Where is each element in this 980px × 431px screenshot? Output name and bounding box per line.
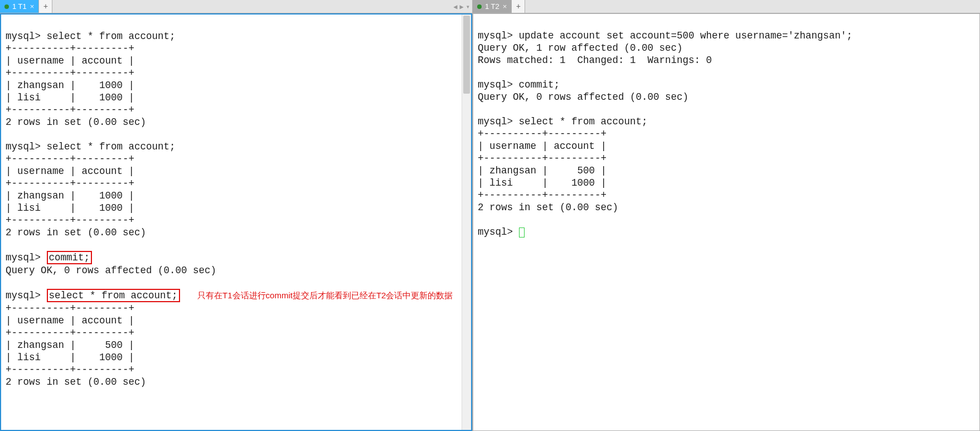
next-tab-icon[interactable]: ▶: [460, 3, 464, 11]
status-dot-icon: [477, 4, 482, 9]
term-line: mysql> select * from account;: [6, 31, 176, 42]
term-line: Query OK, 0 rows affected (0.00 sec): [6, 265, 216, 276]
term-line: Query OK, 1 row affected (0.00 sec): [478, 42, 683, 54]
right-tabbar: 1 T2 × +: [473, 0, 980, 13]
tab-t1[interactable]: 1 T1 ×: [0, 0, 39, 13]
add-tab-button[interactable]: +: [39, 0, 52, 13]
tab-label: 1 T2: [485, 2, 499, 11]
term-line: | username | account |: [6, 315, 134, 326]
term-line: mysql> select * from account;: [478, 116, 648, 127]
highlight-commit: commit;: [47, 251, 93, 264]
term-line: | lisi | 1000 |: [6, 202, 134, 214]
right-terminal[interactable]: mysql> update account set account=500 wh…: [473, 13, 980, 431]
term-prompt: mysql>: [478, 226, 519, 238]
term-line: +----------+---------+: [6, 153, 134, 164]
tab-t2[interactable]: 1 T2 ×: [473, 0, 512, 13]
tab-nav: ◀ ▶ ▾: [453, 0, 470, 13]
add-tab-button[interactable]: +: [512, 0, 525, 13]
term-line: +----------+---------+: [6, 43, 134, 54]
term-line: +----------+---------+: [478, 128, 607, 139]
term-line: +----------+---------+: [478, 153, 607, 164]
scrollbar[interactable]: [462, 14, 471, 430]
term-prompt: mysql>: [6, 290, 47, 301]
scrollbar-thumb[interactable]: [463, 16, 470, 94]
term-line: +----------+---------+: [6, 215, 134, 226]
term-line: Query OK, 0 rows affected (0.00 sec): [478, 91, 688, 103]
term-line: | zhangsan | 1000 |: [6, 190, 134, 201]
close-icon[interactable]: ×: [503, 2, 507, 11]
term-line: 2 rows in set (0.00 sec): [6, 376, 146, 388]
term-line: | zhangsan | 500 |: [478, 165, 607, 176]
term-line: | username | account |: [478, 141, 607, 152]
term-line: +----------+---------+: [6, 178, 134, 189]
term-line: mysql> update account set account=500 wh…: [478, 30, 852, 41]
left-tabbar: 1 T1 × + ◀ ▶ ▾: [0, 0, 472, 13]
tab-label: 1 T1: [12, 2, 27, 11]
term-line: | zhangsan | 500 |: [6, 340, 134, 351]
term-line: +----------+---------+: [6, 327, 134, 338]
term-line: mysql> commit;: [478, 79, 560, 90]
plus-icon: +: [516, 2, 521, 11]
left-pane: 1 T1 × + ◀ ▶ ▾ mysql> select * from acco…: [0, 0, 473, 431]
cursor-icon: [519, 227, 525, 238]
close-icon[interactable]: ×: [30, 2, 35, 11]
term-line: | lisi | 1000 |: [6, 92, 134, 103]
annotation-text: 只有在T1会话进行commit提交后才能看到已经在T2会话中更新的数据: [197, 290, 453, 300]
left-terminal[interactable]: mysql> select * from account; +---------…: [0, 13, 472, 431]
term-prompt: mysql>: [6, 252, 47, 263]
plus-icon: +: [43, 2, 48, 11]
term-line: 2 rows in set (0.00 sec): [478, 202, 618, 213]
term-line: +----------+---------+: [6, 67, 134, 79]
term-line: mysql> select * from account;: [6, 141, 176, 152]
term-line: | lisi | 1000 |: [478, 177, 607, 188]
term-line: +----------+---------+: [478, 190, 607, 201]
status-dot-icon: [4, 4, 9, 9]
term-line: +----------+---------+: [6, 364, 134, 375]
term-line: Rows matched: 1 Changed: 1 Warnings: 0: [478, 55, 712, 66]
highlight-select: select * from account;: [47, 289, 180, 302]
term-line: 2 rows in set (0.00 sec): [6, 117, 146, 128]
term-line: | username | account |: [6, 166, 134, 177]
tab-menu-icon[interactable]: ▾: [466, 3, 470, 11]
term-line: | username | account |: [6, 55, 134, 66]
term-line: +----------+---------+: [6, 104, 134, 115]
term-line: +----------+---------+: [6, 303, 134, 314]
right-pane: 1 T2 × + mysql> update account set accou…: [473, 0, 980, 431]
prev-tab-icon[interactable]: ◀: [453, 3, 457, 11]
term-line: | lisi | 1000 |: [6, 352, 134, 363]
term-line: 2 rows in set (0.00 sec): [6, 227, 146, 238]
term-line: | zhangsan | 1000 |: [6, 80, 134, 91]
